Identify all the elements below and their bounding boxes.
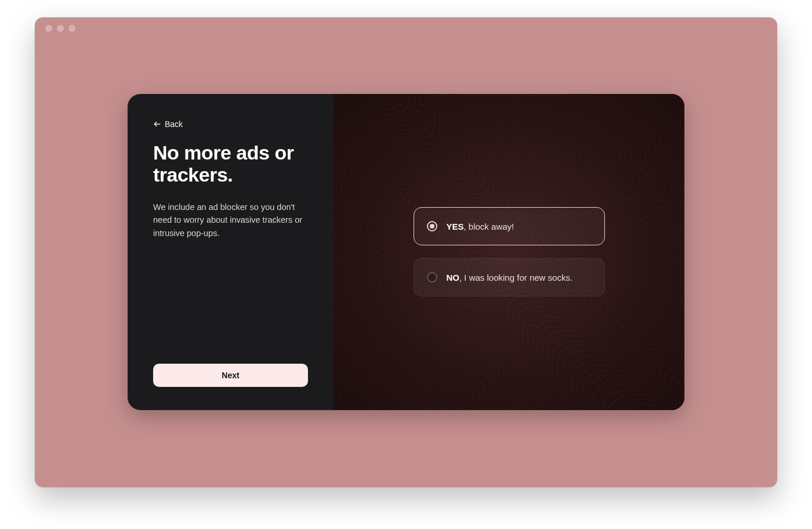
arrow-left-icon	[153, 120, 161, 128]
onboarding-card: Back No more ads or trackers. We include…	[128, 94, 684, 410]
option-yes-rest: , block away!	[464, 222, 514, 231]
option-yes-label: YES, block away!	[447, 222, 514, 231]
option-no-strong: NO	[447, 273, 460, 282]
back-button[interactable]: Back	[153, 119, 183, 129]
option-no[interactable]: NO, I was looking for new socks.	[414, 258, 605, 296]
window-zoom-icon[interactable]	[68, 25, 75, 32]
page-description: We include an ad blocker so you don't ne…	[153, 201, 304, 240]
back-label: Back	[165, 119, 183, 129]
option-yes-strong: YES	[447, 222, 464, 231]
radio-selected-icon	[427, 221, 437, 231]
option-yes[interactable]: YES, block away!	[414, 207, 605, 245]
right-panel: YES, block away! NO, I was looking for n…	[334, 94, 684, 410]
window-minimize-icon[interactable]	[57, 25, 64, 32]
left-panel: Back No more ads or trackers. We include…	[128, 94, 334, 410]
window-close-icon[interactable]	[45, 25, 52, 32]
next-button[interactable]: Next	[153, 364, 308, 387]
option-no-label: NO, I was looking for new socks.	[447, 273, 573, 282]
page-title: No more ads or trackers.	[153, 142, 308, 186]
window-titlebar	[35, 17, 777, 39]
radio-unselected-icon	[427, 272, 437, 282]
content-area: Back No more ads or trackers. We include…	[35, 39, 777, 487]
app-window: Back No more ads or trackers. We include…	[35, 17, 777, 487]
option-no-rest: , I was looking for new socks.	[459, 273, 572, 282]
